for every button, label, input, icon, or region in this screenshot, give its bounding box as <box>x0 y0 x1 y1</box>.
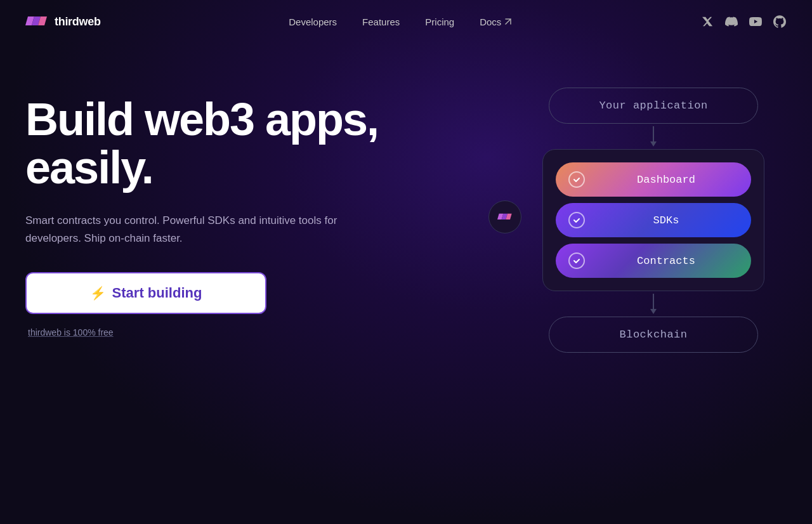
hero-right: Your application Dashboard <box>520 81 787 353</box>
logo-icon <box>25 13 48 30</box>
sdks-item: SDKs <box>556 203 751 237</box>
twitter-icon[interactable] <box>700 15 714 29</box>
hero-left: Build web3 apps, easily. Smart contracts… <box>25 96 378 338</box>
dashboard-item: Dashboard <box>556 162 751 197</box>
navbar: thirdweb Developers Features Pricing Doc… <box>0 0 812 43</box>
nav-pricing[interactable]: Pricing <box>415 11 464 32</box>
diagram-inner-box: Dashboard SDKs <box>542 149 764 291</box>
hero-section: Build web3 apps, easily. Smart contracts… <box>0 43 812 353</box>
diagram-container: Your application Dashboard <box>542 88 764 353</box>
external-link-icon <box>504 18 512 25</box>
logo-text: thirdweb <box>55 15 101 29</box>
free-label: thirdweb is 100% free <box>28 327 114 337</box>
nav-features[interactable]: Features <box>352 11 410 32</box>
discord-icon[interactable] <box>724 15 738 29</box>
social-links <box>700 15 787 29</box>
hero-subtitle: Smart contracts you control. Powerful SD… <box>25 212 355 246</box>
thirdweb-side-logo <box>488 200 521 233</box>
cta-label: Start building <box>112 285 202 301</box>
youtube-icon[interactable] <box>749 15 763 29</box>
nav-docs[interactable]: Docs <box>469 11 522 32</box>
sdks-label: SDKs <box>594 214 738 226</box>
nav-developers[interactable]: Developers <box>278 11 347 32</box>
logo[interactable]: thirdweb <box>25 13 101 30</box>
sdks-check-icon <box>568 212 585 228</box>
contracts-check-icon <box>568 252 585 269</box>
dashboard-label: Dashboard <box>594 174 738 186</box>
dashboard-check-icon <box>568 171 585 188</box>
lightning-icon: ⚡ <box>90 285 106 301</box>
hero-title: Build web3 apps, easily. <box>25 96 378 192</box>
nav-links: Developers Features Pricing Docs <box>278 11 522 32</box>
github-icon[interactable] <box>773 15 787 29</box>
start-building-button[interactable]: ⚡ Start building <box>25 272 266 314</box>
contracts-item: Contracts <box>556 244 751 278</box>
blockchain-box: Blockchain <box>549 317 758 353</box>
contracts-label: Contracts <box>594 255 738 267</box>
your-application-box: Your application <box>549 88 758 124</box>
